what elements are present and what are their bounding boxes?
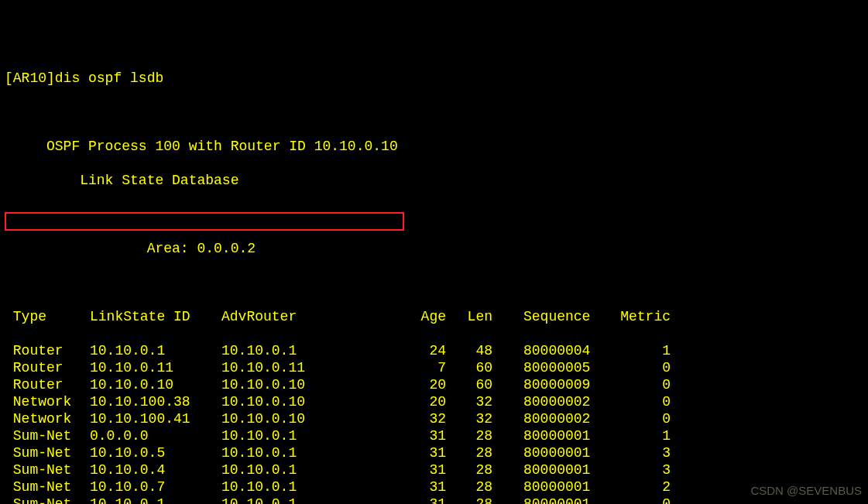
cell-type: Router — [5, 359, 90, 376]
cell-metric: 2 — [601, 478, 671, 495]
cell-age: 31 — [392, 461, 446, 478]
cell-sequence: 80000001 — [492, 427, 601, 444]
table-row: Router10.10.0.1110.10.0.11760800000050 — [5, 359, 863, 376]
cell-linkstate-id: 10.10.0.11 — [90, 359, 221, 376]
cell-metric: 0 — [601, 495, 671, 504]
area-line: Area: 0.0.0.2 — [5, 240, 863, 257]
cell-linkstate-id: 10.10.100.41 — [90, 410, 221, 427]
cell-advrouter: 10.10.0.1 — [221, 461, 392, 478]
cell-linkstate-id: 10.10.0.10 — [90, 376, 221, 393]
cell-sequence: 80000001 — [492, 444, 601, 461]
hdr-metric: Metric — [601, 308, 671, 325]
cell-sequence: 80000004 — [492, 342, 601, 359]
cell-metric: 0 — [601, 359, 671, 376]
table-header: TypeLinkState IDAdvRouterAgeLenSequenceM… — [5, 291, 863, 308]
cell-metric: 0 — [601, 410, 671, 427]
cell-len: 32 — [446, 393, 492, 410]
cell-len: 28 — [446, 478, 492, 495]
cell-metric: 0 — [601, 376, 671, 393]
cell-metric: 1 — [601, 427, 671, 444]
cell-len: 60 — [446, 359, 492, 376]
table-row: Sum-Net10.10.0.410.10.0.13128800000013 — [5, 461, 863, 478]
ospf-header-1: OSPF Process 100 with Router ID 10.10.0.… — [5, 138, 863, 155]
cell-linkstate-id: 10.10.0.5 — [90, 444, 221, 461]
cell-advrouter: 10.10.0.10 — [221, 393, 392, 410]
hdr-lsid: LinkState ID — [90, 308, 221, 325]
cell-sequence: 80000005 — [492, 359, 601, 376]
cell-len: 28 — [446, 444, 492, 461]
cell-linkstate-id: 10.10.0.4 — [90, 461, 221, 478]
blank-line — [5, 104, 863, 121]
cell-type: Network — [5, 393, 90, 410]
watermark: CSDN @SEVENBUS — [750, 482, 862, 499]
cell-metric: 1 — [601, 342, 671, 359]
cell-len: 28 — [446, 495, 492, 504]
hdr-type: Type — [5, 308, 90, 325]
cell-type: Network — [5, 410, 90, 427]
cell-len: 60 — [446, 376, 492, 393]
cell-linkstate-id: 10.10.100.38 — [90, 393, 221, 410]
cell-age: 24 — [392, 342, 446, 359]
blank-line — [5, 206, 863, 223]
cell-advrouter: 10.10.0.1 — [221, 427, 392, 444]
table-row: Router10.10.0.110.10.0.12448800000041 — [5, 342, 863, 359]
cell-age: 20 — [392, 393, 446, 410]
hdr-age: Age — [392, 308, 446, 325]
cell-type: Sum-Net — [5, 495, 90, 504]
cell-sequence: 80000009 — [492, 376, 601, 393]
cell-type: Router — [5, 342, 90, 359]
cell-age: 32 — [392, 410, 446, 427]
table-row: Sum-Net10.10.0.710.10.0.13128800000012 — [5, 478, 863, 495]
ospf-header-2: Link State Database — [5, 172, 863, 189]
cell-age: 31 — [392, 427, 446, 444]
cell-type: Sum-Net — [5, 461, 90, 478]
cell-age: 31 — [392, 444, 446, 461]
cell-age: 7 — [392, 359, 446, 376]
cell-len: 48 — [446, 342, 492, 359]
cell-sequence: 80000002 — [492, 410, 601, 427]
cell-len: 28 — [446, 427, 492, 444]
hdr-advrouter: AdvRouter — [221, 308, 392, 325]
cell-age: 31 — [392, 495, 446, 504]
cell-type: Sum-Net — [5, 444, 90, 461]
cell-advrouter: 10.10.0.1 — [221, 495, 392, 504]
cell-type: Sum-Net — [5, 427, 90, 444]
cell-age: 20 — [392, 376, 446, 393]
cell-metric: 3 — [601, 461, 671, 478]
cell-metric: 3 — [601, 444, 671, 461]
cell-sequence: 80000001 — [492, 495, 601, 504]
cell-linkstate-id: 10.10.0.1 — [90, 342, 221, 359]
cell-advrouter: 10.10.0.1 — [221, 444, 392, 461]
cell-len: 28 — [446, 461, 492, 478]
cell-sequence: 80000001 — [492, 461, 601, 478]
cell-linkstate-id: 10.10.0.1 — [90, 495, 221, 504]
lsdb-table-body: Router10.10.0.110.10.0.12448800000041 Ro… — [5, 342, 863, 504]
hdr-len: Len — [446, 308, 492, 325]
cell-type: Sum-Net — [5, 478, 90, 495]
table-row: Network10.10.100.4110.10.0.1032328000000… — [5, 410, 863, 427]
cell-age: 31 — [392, 478, 446, 495]
cell-type: Router — [5, 376, 90, 393]
table-row: Sum-Net0.0.0.010.10.0.13128800000011 — [5, 427, 863, 444]
cell-len: 32 — [446, 410, 492, 427]
hdr-sequence: Sequence — [492, 308, 601, 325]
cell-advrouter: 10.10.0.10 — [221, 410, 392, 427]
prompt-line: [AR10]dis ospf lsdb — [5, 70, 863, 87]
cell-metric: 0 — [601, 393, 671, 410]
table-row: Sum-Net10.10.0.110.10.0.13128800000010 — [5, 495, 863, 504]
table-row: Router10.10.0.1010.10.0.102060800000090 — [5, 376, 863, 393]
cell-advrouter: 10.10.0.1 — [221, 342, 392, 359]
cell-advrouter: 10.10.0.11 — [221, 359, 392, 376]
cell-linkstate-id: 10.10.0.7 — [90, 478, 221, 495]
cell-sequence: 80000001 — [492, 478, 601, 495]
table-row: Sum-Net10.10.0.510.10.0.13128800000013 — [5, 444, 863, 461]
table-row: Network10.10.100.3810.10.0.1020328000000… — [5, 393, 863, 410]
cell-sequence: 80000002 — [492, 393, 601, 410]
cell-linkstate-id: 0.0.0.0 — [90, 427, 221, 444]
cell-advrouter: 10.10.0.10 — [221, 376, 392, 393]
cell-advrouter: 10.10.0.1 — [221, 478, 392, 495]
